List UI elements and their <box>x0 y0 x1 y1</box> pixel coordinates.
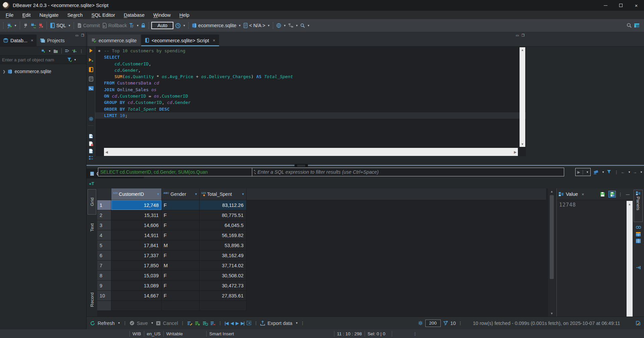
cell-gender[interactable]: F <box>162 281 200 291</box>
status-timezone[interactable]: WIB <box>130 331 144 336</box>
row-number-cell[interactable] <box>97 301 111 311</box>
cell-gender[interactable]: F <box>162 291 200 301</box>
perspective-icon[interactable] <box>633 23 641 28</box>
status-writable[interactable]: Writable <box>164 331 185 336</box>
row-number-cell[interactable]: 9 <box>97 281 111 291</box>
fetch-size-input[interactable] <box>425 320 441 327</box>
maximize-view-icon[interactable]: ❒ <box>81 34 84 37</box>
row-number-header[interactable] <box>97 188 111 200</box>
cell-totalspent[interactable]: 30,508.02 <box>200 271 247 281</box>
cell-gender[interactable]: M <box>162 240 200 250</box>
output-view-icon[interactable] <box>88 133 94 139</box>
tree-item-connection[interactable]: ❯ ecommerce.sqlite <box>0 67 86 75</box>
filter-funnel-icon[interactable] <box>67 57 72 62</box>
scroll-right-icon[interactable]: ▶ <box>514 150 517 154</box>
execute-new-tab-icon[interactable] <box>88 57 94 63</box>
menu-database[interactable]: Database <box>119 11 149 19</box>
new-sql-editor-button[interactable]: SQL ▼ <box>49 23 72 29</box>
link-with-editor-icon[interactable] <box>72 49 77 53</box>
empty-cell[interactable] <box>200 301 247 311</box>
status-menu-icon[interactable]: ⋮ <box>413 331 417 336</box>
cell-customerid[interactable]: 14,606 <box>111 220 162 230</box>
cancel-button[interactable]: Cancel <box>163 321 178 326</box>
value-scrollbar[interactable]: ▲ <box>627 201 633 317</box>
cell-totalspent[interactable]: 30,472.73 <box>200 281 247 291</box>
save-button[interactable]: Save <box>137 321 148 326</box>
cell-customerid[interactable]: 14,911 <box>111 230 162 240</box>
chevron-down-icon[interactable]: ▼ <box>74 58 76 61</box>
object-search-button[interactable]: ▼ <box>299 23 311 28</box>
tab-projects[interactable]: Projects <box>37 35 68 46</box>
grid-vertical-scrollbar[interactable]: ▲ ▼ <box>548 188 555 317</box>
disconnect-button[interactable] <box>37 23 45 28</box>
cell-totalspent[interactable]: 53,896.3 <box>200 240 247 250</box>
next-row-button[interactable]: ▶ <box>236 321 238 326</box>
chevron-down-icon[interactable]: ▼ <box>151 322 154 325</box>
chevron-down-icon[interactable]: ▼ <box>602 171 604 174</box>
scroll-up-icon[interactable]: ▲ <box>550 190 553 193</box>
value-panel-menu-icon[interactable]: ⋮ <box>618 192 623 197</box>
cell-gender[interactable]: F <box>162 271 200 281</box>
search-icon[interactable] <box>626 23 633 28</box>
history-back-icon[interactable]: ← <box>621 170 625 174</box>
auto-sync-button[interactable]: ▼ <box>275 23 287 28</box>
object-filter-input[interactable] <box>0 57 67 62</box>
table-row[interactable]: 913,089F30,472.73 <box>97 281 546 291</box>
add-row-icon[interactable] <box>195 321 200 326</box>
metadata-grid-icon[interactable] <box>635 231 641 237</box>
status-insert-mode[interactable]: Smart Insert <box>207 331 237 336</box>
table-row[interactable]: 617,337F38,162.49 <box>97 250 546 261</box>
execute-statement-icon[interactable] <box>88 48 94 54</box>
row-number-cell[interactable]: 7 <box>97 261 111 271</box>
tab-sql-script[interactable]: <ecommerce.sqlite> Script × <box>141 35 219 46</box>
filter-funnel-icon[interactable] <box>607 170 612 174</box>
tab-database-navigator[interactable]: Datab... × <box>0 35 37 46</box>
cell-totalspent[interactable]: 38,162.49 <box>200 250 247 261</box>
variables-file-icon[interactable]: (a) <box>88 148 94 154</box>
column-header-customerid[interactable]: 123 CustomerID ▼ <box>111 188 162 200</box>
cell-gender[interactable]: F <box>162 250 200 261</box>
column-header-totalspent[interactable]: 123 Total_Spent ▼ <box>200 188 247 200</box>
table-row[interactable]: 717,850M37,714.02 <box>97 261 546 271</box>
menu-file[interactable]: File <box>1 11 18 19</box>
filter-menu-icon[interactable]: ⋮ <box>614 170 619 175</box>
table-row[interactable]: 815,039F30,508.02 <box>97 271 546 281</box>
cell-gender[interactable]: F <box>162 230 200 240</box>
chevron-down-icon[interactable]: ▼ <box>283 24 286 27</box>
duplicate-row-icon[interactable] <box>203 321 208 326</box>
export-data-button[interactable]: Export data <box>267 321 292 326</box>
cell-totalspent[interactable]: 64,045.5 <box>200 220 247 230</box>
commit-button[interactable]: Commit <box>76 23 101 28</box>
empty-cell[interactable] <box>111 301 162 311</box>
cell-gender[interactable]: F <box>162 220 200 230</box>
tab-er-diagram[interactable]: ecommerce.sqlite <box>88 35 141 46</box>
cell-gender[interactable]: F <box>162 210 200 220</box>
chevron-down-icon[interactable]: ▼ <box>136 24 139 27</box>
minimize-button[interactable] <box>598 0 613 11</box>
delete-row-icon[interactable] <box>210 321 216 326</box>
cell-totalspent[interactable]: 27,835.61 <box>200 291 247 301</box>
minimize-view-icon[interactable]: ▭ <box>516 34 519 37</box>
lock-icon[interactable] <box>140 23 147 28</box>
reconnect-button[interactable] <box>29 23 37 28</box>
maximize-view-icon[interactable]: ❒ <box>522 34 525 37</box>
row-number-cell[interactable]: 3 <box>97 220 111 230</box>
collapse-all-icon[interactable] <box>65 49 69 53</box>
expander-icon[interactable]: ❯ <box>3 70 5 73</box>
cell-totalspent[interactable]: 56,169.82 <box>200 230 247 240</box>
cell-customerid[interactable]: 17,841 <box>111 240 162 250</box>
code-line[interactable]: JOIN Online_Sales os <box>95 87 526 93</box>
outline-icon[interactable] <box>88 155 94 161</box>
close-button[interactable]: × <box>629 0 644 11</box>
code-line[interactable]: cd.CustomerID, <box>95 61 526 67</box>
view-tab-grid[interactable]: Grid <box>88 189 96 215</box>
expand-filter-icon[interactable]: ↖↘ <box>252 170 258 174</box>
cell-totalspent[interactable]: 83,112.26 <box>200 200 247 210</box>
chevron-down-icon[interactable]: ▼ <box>307 24 310 27</box>
value-view-icon[interactable] <box>635 225 641 230</box>
cell-customerid[interactable]: 14,667 <box>111 291 162 301</box>
cell-totalspent[interactable]: 37,714.02 <box>200 261 247 271</box>
output-log-icon[interactable] <box>636 321 641 326</box>
column-dropdown-icon[interactable]: ▼ <box>157 192 160 196</box>
sql-code-area[interactable]: -- Top 10 customers by spendingSELECT cd… <box>95 48 526 119</box>
